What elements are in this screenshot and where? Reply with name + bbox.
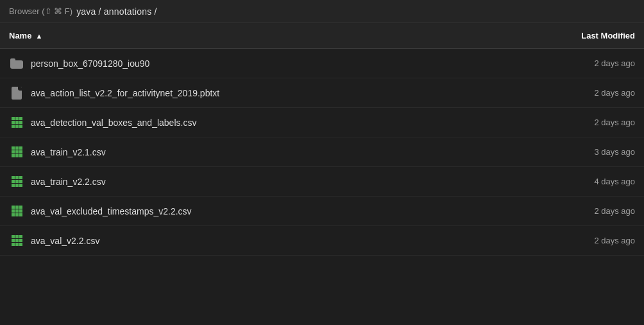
breadcrumb: yava / annotations / (76, 6, 157, 17)
csv-icon (9, 235, 24, 246)
browser-label: Browser (⇧ ⌘ F) (9, 6, 72, 16)
file-modified: 4 days ago (507, 177, 635, 186)
column-header: Name ▲ Last Modified (0, 23, 644, 49)
name-column-header[interactable]: Name ▲ (9, 31, 507, 40)
title-bar: Browser (⇧ ⌘ F) yava / annotations / (0, 0, 644, 23)
csv-icon (9, 117, 24, 128)
name-column-label: Name (9, 31, 31, 40)
title-bar-content: Browser (⇧ ⌘ F) yava / annotations / (9, 6, 157, 17)
table-row[interactable]: ava_action_list_v2.2_for_activitynet_201… (0, 78, 644, 108)
file-name: ava_train_v2.1.csv (31, 147, 507, 157)
table-row[interactable]: ava_train_v2.1.csv 3 days ago (0, 137, 644, 167)
csv-icon (9, 176, 24, 187)
file-modified: 3 days ago (507, 147, 635, 157)
modified-column-label: Last Modified (581, 31, 635, 40)
modified-column-header[interactable]: Last Modified (507, 31, 635, 40)
file-name: person_box_67091280_iou90 (31, 58, 507, 69)
csv-icon (9, 146, 24, 157)
file-name: ava_val_excluded_timestamps_v2.2.csv (31, 206, 507, 216)
table-row[interactable]: ava_val_excluded_timestamps_v2.2.csv 2 d… (0, 197, 644, 226)
file-name: ava_val_v2.2.csv (31, 236, 507, 246)
table-row[interactable]: ava_val_v2.2.csv 2 days ago (0, 226, 644, 256)
folder-icon (9, 58, 24, 69)
file-name: ava_action_list_v2.2_for_activitynet_201… (31, 88, 507, 98)
file-modified: 2 days ago (507, 206, 635, 216)
sort-arrow-icon: ▲ (35, 32, 42, 40)
file-modified: 2 days ago (507, 88, 635, 98)
table-row[interactable]: ava_train_v2.2.csv 4 days ago (0, 167, 644, 197)
file-name: ava_train_v2.2.csv (31, 177, 507, 187)
file-list: person_box_67091280_iou90 2 days ago ava… (0, 49, 644, 256)
table-row[interactable]: person_box_67091280_iou90 2 days ago (0, 49, 644, 78)
table-row[interactable]: ava_detection_val_boxes_and_labels.csv 2… (0, 108, 644, 137)
file-browser: Name ▲ Last Modified person_box_67091280… (0, 23, 644, 325)
document-icon (9, 87, 24, 100)
file-modified: 2 days ago (507, 236, 635, 245)
csv-icon (9, 206, 24, 216)
file-name: ava_detection_val_boxes_and_labels.csv (31, 118, 507, 128)
file-modified: 2 days ago (507, 118, 635, 127)
file-modified: 2 days ago (507, 58, 635, 68)
